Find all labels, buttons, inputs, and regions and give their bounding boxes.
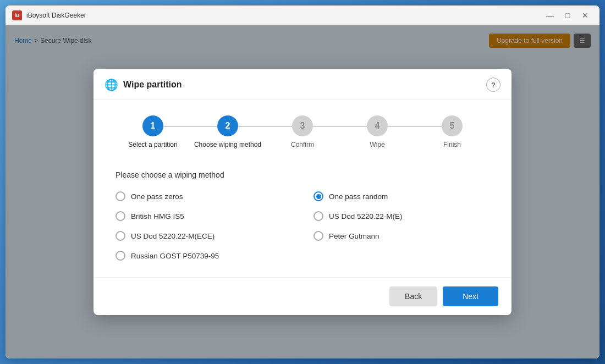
option-one-pass-random[interactable]: One pass random: [314, 191, 490, 201]
wiping-options-grid: One pass zeros One pass random: [116, 191, 490, 261]
radio-british-hmg-is5[interactable]: [116, 211, 125, 221]
option-russian-gost-label: Russian GOST P50739-95: [131, 252, 219, 260]
step-3-circle: 3: [292, 115, 313, 136]
wipe-icon: 🌐: [105, 78, 118, 91]
option-us-dod-e[interactable]: US Dod 5220.22-M(E): [314, 211, 490, 221]
option-peter-gutmann[interactable]: Peter Gutmann: [314, 231, 490, 241]
modal-body: Please choose a wiping method One pass z…: [94, 159, 512, 277]
option-one-pass-random-label: One pass random: [329, 192, 388, 201]
modal-footer: Back Next: [94, 277, 512, 315]
radio-one-pass-random-dot: [316, 194, 321, 199]
step-4-label: Wipe: [370, 141, 384, 148]
option-british-hmg-is5[interactable]: British HMG IS5: [116, 211, 292, 221]
modal-overlay: 🌐 Wipe partition ? 1 Select a partition: [6, 25, 600, 359]
step-2: 2 Choose wiping method: [190, 115, 265, 148]
option-one-pass-zeros-label: One pass zeros: [131, 192, 183, 201]
option-peter-gutmann-label: Peter Gutmann: [329, 232, 380, 240]
step-2-label: Choose wiping method: [194, 141, 261, 148]
help-button[interactable]: ?: [486, 78, 501, 92]
step-1: 1 Select a partition: [116, 115, 190, 148]
step-2-circle: 2: [217, 115, 238, 136]
radio-one-pass-random[interactable]: [314, 191, 323, 201]
step-5: 5 Finish: [415, 115, 490, 148]
step-1-label: Select a partition: [128, 141, 177, 148]
app-icon: iB: [12, 10, 22, 20]
app-title: iBoysoft DiskGeeker: [26, 12, 538, 19]
modal-header: 🌐 Wipe partition ?: [94, 69, 512, 100]
option-russian-gost[interactable]: Russian GOST P50739-95: [116, 251, 292, 261]
window-controls: — □ ✕: [542, 9, 593, 22]
modal-title: Wipe partition: [123, 80, 481, 90]
radio-us-dod-e[interactable]: [314, 211, 323, 221]
app-window: iB iBoysoft DiskGeeker — □ ✕ Home > Secu…: [6, 5, 600, 359]
step-3-label: Confirm: [291, 141, 314, 148]
app-content: Home > Secure Wipe disk Upgrade to full …: [6, 25, 600, 359]
radio-one-pass-zeros[interactable]: [116, 191, 125, 201]
radio-russian-gost[interactable]: [116, 251, 125, 261]
close-button[interactable]: ✕: [578, 9, 593, 22]
maximize-button[interactable]: □: [560, 9, 575, 22]
option-british-hmg-is5-label: British HMG IS5: [131, 212, 184, 220]
step-1-circle: 1: [142, 115, 163, 136]
option-us-dod-ece-label: US Dod 5220.22-M(ECE): [131, 232, 215, 240]
radio-peter-gutmann[interactable]: [314, 231, 323, 241]
step-4-circle: 4: [367, 115, 388, 136]
step-5-label: Finish: [443, 141, 461, 148]
option-one-pass-zeros[interactable]: One pass zeros: [116, 191, 292, 201]
section-title: Please choose a wiping method: [116, 170, 490, 179]
minimize-button[interactable]: —: [542, 9, 558, 22]
wipe-partition-modal: 🌐 Wipe partition ? 1 Select a partition: [94, 69, 512, 315]
step-5-circle: 5: [442, 115, 463, 136]
next-button[interactable]: Next: [443, 286, 498, 306]
radio-us-dod-ece[interactable]: [116, 231, 125, 241]
step-4: 4 Wipe: [340, 115, 415, 148]
stepper: 1 Select a partition 2 Choose wiping met…: [94, 100, 512, 159]
title-bar: iB iBoysoft DiskGeeker — □ ✕: [6, 5, 600, 25]
option-us-dod-ece[interactable]: US Dod 5220.22-M(ECE): [116, 231, 292, 241]
option-us-dod-e-label: US Dod 5220.22-M(E): [329, 212, 403, 220]
step-3: 3 Confirm: [265, 115, 340, 148]
back-button[interactable]: Back: [389, 286, 437, 306]
